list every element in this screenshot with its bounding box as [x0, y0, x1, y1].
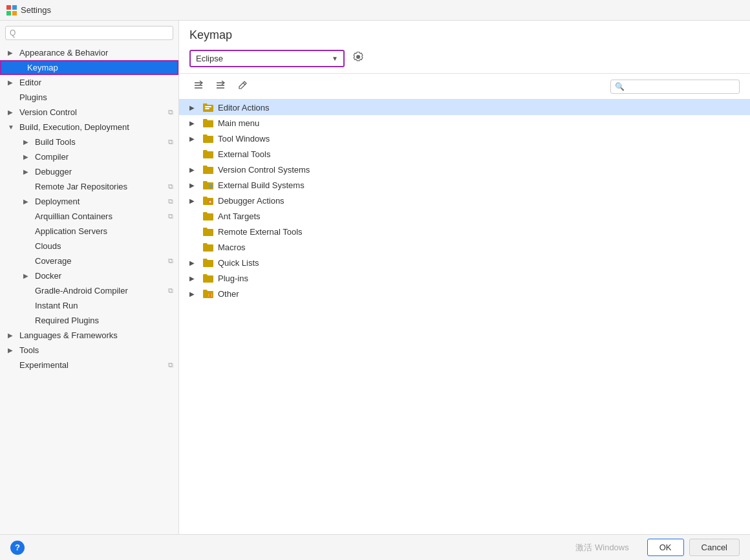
sidebar-item-arquillian[interactable]: Arquillian Containers ⧉: [0, 209, 178, 224]
sidebar-item-build-tools[interactable]: ▶ Build Tools ⧉: [0, 135, 178, 149]
tree-item-vcs[interactable]: ▶ Version Control Systems: [179, 162, 750, 177]
gear-button[interactable]: [350, 48, 367, 68]
sidebar-search-input[interactable]: [18, 28, 169, 38]
tree-item-label: Ant Targets: [218, 211, 740, 221]
tree-item-main-menu[interactable]: ▶ Main menu: [179, 115, 750, 131]
chevron-right-icon: ▶: [8, 79, 17, 86]
svg-rect-3: [12, 11, 17, 16]
chevron-right-icon: ▶: [23, 198, 32, 205]
sidebar-item-label: Tools: [19, 345, 173, 355]
sidebar-item-docker[interactable]: ▶ Docker: [0, 268, 178, 283]
tree-item-label: Debugger Actions: [218, 196, 740, 206]
sidebar-item-languages[interactable]: ▶ Languages & Frameworks: [0, 328, 178, 343]
sidebar-item-label: Build, Execution, Deployment: [19, 122, 173, 132]
sidebar-item-plugins[interactable]: Plugins: [0, 90, 178, 105]
chevron-right-icon: ▶: [189, 182, 200, 189]
tree-item-other[interactable]: ▶ Other: [179, 286, 750, 301]
sidebar-item-label: Build Tools: [35, 137, 166, 147]
chevron-right-icon: ▶: [8, 347, 17, 354]
sidebar-item-label: Version Control: [19, 107, 166, 117]
sidebar-item-experimental[interactable]: Experimental ⧉: [0, 358, 178, 372]
folder-special-icon: [202, 180, 214, 190]
tree-item-editor-actions[interactable]: ▶ Editor Actions: [179, 100, 750, 115]
tree-item-external-build[interactable]: ▶ External Build Systems: [179, 177, 750, 193]
sidebar-item-label: Docker: [35, 271, 173, 281]
keymap-select-wrapper[interactable]: Eclipse Default Mac OS X Emacs NetBeans …: [189, 50, 345, 67]
bottom-bar: ? 激活 Windows OK Cancel: [0, 534, 750, 560]
sidebar-item-label: Coverage: [35, 256, 166, 266]
sidebar-item-label: Instant Run: [35, 301, 173, 310]
keymap-select[interactable]: Eclipse Default Mac OS X Emacs NetBeans …: [191, 51, 343, 66]
sidebar-item-appearance[interactable]: ▶ Appearance & Behavior: [0, 45, 178, 60]
sidebar-item-coverage[interactable]: Coverage ⧉: [0, 253, 178, 268]
sidebar-item-gradle-android[interactable]: Gradle-Android Compiler ⧉: [0, 283, 178, 298]
sidebar-item-label: Remote Jar Repositories: [35, 182, 166, 191]
sidebar-item-version-control[interactable]: ▶ Version Control ⧉: [0, 105, 178, 120]
chevron-right-icon: ▶: [189, 120, 200, 127]
chevron-right-icon: ▶: [189, 259, 200, 266]
folder-icon: [202, 211, 214, 221]
copy-icon: ⧉: [168, 138, 173, 146]
watermark-text: 激活 Windows: [575, 542, 628, 554]
sidebar-item-instant-run[interactable]: Instant Run: [0, 298, 178, 313]
tree-item-quick-lists[interactable]: ▶ Quick Lists: [179, 255, 750, 270]
chevron-right-icon: ▶: [23, 168, 32, 175]
sidebar-item-clouds[interactable]: Clouds: [0, 239, 178, 253]
tree-item-label: External Build Systems: [218, 180, 740, 190]
sidebar-item-debugger[interactable]: ▶ Debugger: [0, 164, 178, 179]
edit-button[interactable]: [233, 78, 252, 95]
svg-rect-10: [205, 106, 211, 107]
sidebar-item-remote-jar[interactable]: Remote Jar Repositories ⧉: [0, 179, 178, 194]
sidebar-item-build-execution[interactable]: ▼ Build, Execution, Deployment: [0, 120, 178, 135]
folder-icon: [202, 164, 214, 175]
search-icon: 🔍: [615, 82, 625, 91]
title-bar: Settings: [0, 0, 750, 21]
sidebar-item-tools[interactable]: ▶ Tools: [0, 343, 178, 358]
expand-all-button[interactable]: [189, 78, 208, 95]
copy-icon: ⧉: [168, 197, 173, 206]
sidebar-item-compiler[interactable]: ▶ Compiler: [0, 149, 178, 164]
keymap-search-input[interactable]: [627, 82, 735, 91]
folder-special-icon: [202, 102, 214, 113]
chevron-right-icon: ▶: [23, 138, 32, 145]
copy-icon: ⧉: [168, 361, 173, 369]
collapse-all-button[interactable]: [211, 78, 230, 95]
tree-item-external-tools[interactable]: ▶ External Tools: [179, 146, 750, 162]
tree-item-label: Macros: [218, 242, 740, 252]
tree-item-debugger-actions[interactable]: ▶ Debugger Actions: [179, 193, 750, 208]
tree-item-macros[interactable]: ▶ Macros: [179, 239, 750, 255]
svg-point-14: [209, 201, 211, 203]
tree-item-label: Other: [218, 289, 740, 299]
cancel-button[interactable]: Cancel: [689, 539, 740, 556]
sidebar-search-box[interactable]: Q: [5, 26, 173, 40]
sidebar-item-editor[interactable]: ▶ Editor: [0, 75, 178, 90]
tree-item-tool-windows[interactable]: ▶ Tool Windows: [179, 131, 750, 146]
svg-rect-16: [209, 294, 211, 297]
folder-icon: [202, 273, 214, 283]
sidebar-item-label: Experimental: [19, 360, 166, 370]
keymap-search-box[interactable]: 🔍: [610, 80, 740, 94]
ok-button[interactable]: OK: [647, 539, 684, 556]
tree-item-ant-targets[interactable]: ▶ Ant Targets: [179, 208, 750, 224]
chevron-right-icon: ▶: [8, 49, 17, 56]
tree-item-label: Plug-ins: [218, 274, 740, 283]
sidebar-item-label: Application Servers: [35, 226, 173, 236]
svg-rect-0: [6, 5, 11, 10]
chevron-right-icon: ▶: [23, 153, 32, 160]
copy-icon: ⧉: [168, 108, 173, 116]
sidebar-item-required-plugins[interactable]: Required Plugins: [0, 313, 178, 328]
sidebar-item-label: Appearance & Behavior: [19, 48, 173, 58]
sidebar-item-deployment[interactable]: ▶ Deployment ⧉: [0, 194, 178, 209]
sidebar-item-app-servers[interactable]: Application Servers: [0, 224, 178, 239]
tree-item-label: Tool Windows: [218, 134, 740, 144]
sidebar-item-label: Compiler: [35, 152, 173, 162]
content-title: Keymap: [189, 28, 740, 42]
sidebar-item-keymap[interactable]: Keymap: [0, 60, 178, 75]
copy-icon: ⧉: [168, 286, 173, 295]
copy-icon: ⧉: [168, 182, 173, 191]
chevron-right-icon: ▶: [189, 104, 200, 111]
folder-icon: [202, 118, 214, 128]
tree-item-remote-external-tools[interactable]: ▶ Remote External Tools: [179, 224, 750, 239]
tree-item-plug-ins[interactable]: ▶ Plug-ins: [179, 270, 750, 286]
help-button[interactable]: ?: [10, 541, 25, 555]
